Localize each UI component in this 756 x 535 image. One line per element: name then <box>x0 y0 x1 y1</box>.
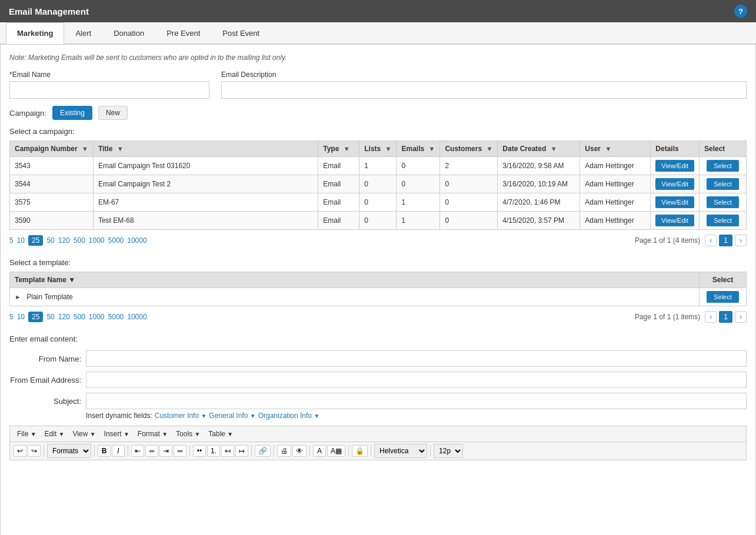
align-left-btn[interactable]: ⇤ <box>131 445 144 457</box>
lock-btn[interactable]: 🔒 <box>352 445 368 457</box>
align-right-btn[interactable]: ⇥ <box>159 445 172 457</box>
t-page-size-25[interactable]: 25 <box>28 312 43 322</box>
template-next-btn[interactable]: › <box>735 311 747 323</box>
campaign-prev-btn[interactable]: ‹ <box>705 235 717 246</box>
t-page-size-1000[interactable]: 1000 <box>89 313 105 321</box>
campaign-next-btn[interactable]: › <box>735 235 747 246</box>
editor-toolbar: File ▼ Edit ▼ View ▼ Insert ▼ Format ▼ T… <box>9 426 747 442</box>
expand-icon[interactable]: ► <box>15 293 21 300</box>
preview-btn[interactable]: 👁 <box>292 445 307 457</box>
template-select-btn[interactable]: Select <box>707 291 739 303</box>
menu-view[interactable]: View ▼ <box>69 429 99 439</box>
t-page-size-10[interactable]: 10 <box>17 313 25 321</box>
t-page-size-120[interactable]: 120 <box>58 313 70 321</box>
filter-type-icon[interactable]: ▼ <box>344 145 350 152</box>
page-size-10000[interactable]: 10000 <box>127 236 146 245</box>
print-btn[interactable]: 🖨 <box>277 445 291 457</box>
filter-title-icon[interactable]: ▼ <box>117 145 124 152</box>
campaign-page-num[interactable]: 1 <box>719 235 732 246</box>
email-desc-input[interactable] <box>221 81 747 99</box>
page-size-25[interactable]: 25 <box>28 235 43 246</box>
campaign-select-btn[interactable]: Select <box>707 178 739 190</box>
menu-edit[interactable]: Edit ▼ <box>41 429 68 439</box>
tab-donation[interactable]: Donation <box>102 22 155 44</box>
view-edit-btn[interactable]: View/Edit <box>655 160 694 172</box>
general-info-link[interactable]: General Info ▼ <box>209 412 255 420</box>
bg-color-btn[interactable]: A▦ <box>327 445 345 457</box>
font-color-btn[interactable]: A <box>313 445 326 457</box>
t-page-size-10000[interactable]: 10000 <box>127 313 146 321</box>
campaign-number-cell: 3575 <box>10 193 94 212</box>
italic-btn[interactable]: I <box>112 445 125 457</box>
align-justify-btn[interactable]: ═ <box>174 445 186 457</box>
view-edit-btn[interactable]: View/Edit <box>655 215 694 226</box>
formats-select[interactable]: Formats <box>47 444 91 458</box>
campaign-select-cell: Select <box>700 175 747 193</box>
campaign-title-cell: Email Campaign Test 2 <box>93 175 318 193</box>
filter-date-icon[interactable]: ▼ <box>551 145 557 152</box>
filter-emails-icon[interactable]: ▼ <box>429 145 435 152</box>
filter-lists-icon[interactable]: ▼ <box>385 145 392 152</box>
bold-btn[interactable]: B <box>98 445 111 457</box>
font-select[interactable]: Helvetica <box>374 444 427 458</box>
campaign-user-cell: Adam Hettinger <box>580 175 651 193</box>
tab-post-event[interactable]: Post Event <box>211 22 271 44</box>
campaign-user-cell: Adam Hettinger <box>580 212 651 230</box>
campaign-existing-btn[interactable]: Existing <box>52 106 92 120</box>
align-center-btn[interactable]: ═ <box>145 445 158 457</box>
page-size-10[interactable]: 10 <box>17 236 25 245</box>
view-edit-btn[interactable]: View/Edit <box>655 196 694 208</box>
t-page-size-50[interactable]: 50 <box>46 313 54 321</box>
indent-btn[interactable]: ↦ <box>235 445 248 457</box>
t-page-size-5000[interactable]: 5000 <box>108 313 124 321</box>
help-icon[interactable]: ? <box>734 5 747 18</box>
t-page-size-5[interactable]: 5 <box>9 313 14 321</box>
template-page-num[interactable]: 1 <box>719 311 732 323</box>
redo-btn[interactable]: ↪ <box>28 445 41 457</box>
col-header-customers: Customers ▼ <box>440 141 498 157</box>
customer-info-link[interactable]: Customer Info ▼ <box>155 412 207 420</box>
campaign-customers-cell: 2 <box>440 157 498 175</box>
undo-btn[interactable]: ↩ <box>14 445 26 457</box>
tabs-bar: Marketing Alert Donation Pre Event Post … <box>0 22 756 44</box>
tab-alert[interactable]: Alert <box>64 22 102 44</box>
unordered-list-btn[interactable]: •• <box>193 445 206 457</box>
campaign-new-btn[interactable]: New <box>98 106 128 120</box>
from-name-input[interactable] <box>86 350 747 367</box>
view-edit-btn[interactable]: View/Edit <box>655 178 694 190</box>
t-page-size-500[interactable]: 500 <box>74 313 85 321</box>
menu-format[interactable]: Format ▼ <box>134 429 171 439</box>
page-size-50[interactable]: 50 <box>46 236 54 245</box>
page-size-5[interactable]: 5 <box>9 236 14 245</box>
campaign-select-btn[interactable]: Select <box>707 196 739 208</box>
subject-label: Subject: <box>9 397 86 406</box>
table-row: ► Plain Template Select <box>10 288 747 306</box>
campaign-select-btn[interactable]: Select <box>707 160 739 172</box>
template-prev-btn[interactable]: ‹ <box>705 311 717 323</box>
outdent-btn[interactable]: ↤ <box>221 445 234 457</box>
size-select[interactable]: 12pt <box>434 444 463 458</box>
toolbar-divider-4 <box>189 445 190 457</box>
page-size-500[interactable]: 500 <box>74 236 85 245</box>
ordered-list-btn[interactable]: 1. <box>207 445 220 457</box>
menu-file[interactable]: File ▼ <box>14 429 40 439</box>
menu-table[interactable]: Table ▼ <box>205 429 237 439</box>
campaign-select-btn[interactable]: Select <box>707 215 739 226</box>
page-size-120[interactable]: 120 <box>58 236 70 245</box>
filter-campaign-number-icon[interactable]: ▼ <box>82 145 88 152</box>
link-btn[interactable]: 🔗 <box>255 445 271 457</box>
menu-tools[interactable]: Tools ▼ <box>172 429 204 439</box>
organization-info-link[interactable]: Organization Info ▼ <box>258 412 320 420</box>
page-size-5000[interactable]: 5000 <box>108 236 124 245</box>
toolbar-divider-9 <box>371 445 371 457</box>
filter-customers-icon[interactable]: ▼ <box>486 145 492 152</box>
tab-pre-event[interactable]: Pre Event <box>155 22 211 44</box>
subject-input[interactable] <box>86 393 747 409</box>
from-email-input[interactable] <box>86 372 747 388</box>
filter-template-name-icon[interactable]: ▼ <box>68 276 75 284</box>
filter-user-icon[interactable]: ▼ <box>605 145 611 152</box>
menu-insert[interactable]: Insert ▼ <box>101 429 133 439</box>
page-size-1000[interactable]: 1000 <box>89 236 105 245</box>
email-name-input[interactable] <box>9 81 209 99</box>
tab-marketing[interactable]: Marketing <box>6 22 64 44</box>
